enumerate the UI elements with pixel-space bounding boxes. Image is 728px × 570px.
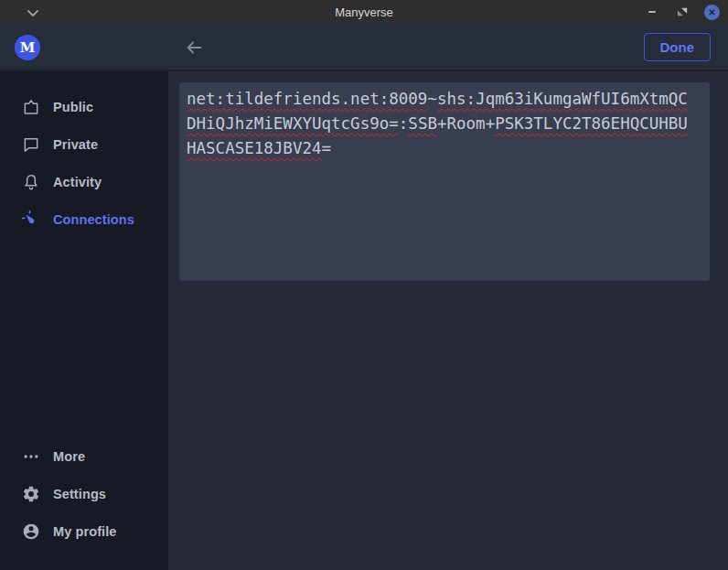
back-arrow-icon	[184, 38, 204, 58]
sidebar-main-group: Public Private Activity	[0, 88, 168, 238]
sidebar-item-private[interactable]: Private	[0, 125, 168, 163]
minimize-button[interactable]	[644, 4, 660, 20]
window-title: Manyverse	[0, 5, 728, 19]
window-controls: ✕	[644, 0, 720, 24]
sidebar-item-connections[interactable]: Connections	[0, 200, 168, 238]
sidebar-footer-group: More Settings My profile	[0, 437, 168, 550]
chat-bubble-icon	[22, 135, 40, 154]
sidebar: Public Private Activity	[0, 71, 168, 570]
bulletin-board-icon	[22, 98, 40, 116]
sidebar-item-public[interactable]: Public	[0, 88, 168, 125]
invite-code-input[interactable]: net:tildefriends.net:8009~shs:Jqm63iKumg…	[179, 82, 710, 281]
back-button[interactable]	[183, 37, 205, 59]
invite-code-line: DHiQJhzMiEWXYUqtcGs9o=:SSB+Room+PSK3TLYC…	[187, 112, 702, 136]
sidebar-item-label: Activity	[53, 175, 102, 189]
sidebar-item-label: More	[53, 449, 85, 464]
app-header: M Done	[0, 24, 728, 71]
sidebar-item-more[interactable]: More	[0, 437, 168, 475]
restore-button[interactable]	[674, 4, 691, 20]
gear-icon	[22, 485, 40, 503]
close-button[interactable]: ✕	[704, 5, 720, 20]
sidebar-item-label: Connections	[53, 212, 134, 227]
account-circle-icon	[22, 522, 40, 541]
sidebar-item-activity[interactable]: Activity	[0, 163, 168, 200]
done-button[interactable]: Done	[644, 33, 712, 61]
window-menu-chevron-icon[interactable]	[26, 6, 40, 17]
window-titlebar: Manyverse ✕	[0, 0, 728, 24]
invite-code-line: HASCASE18JBV24=	[187, 136, 702, 161]
invite-code-line: net:tildefriends.net:8009~shs:Jqm63iKumg…	[187, 87, 702, 112]
connections-invite-page: net:tildefriends.net:8009~shs:Jqm63iKumg…	[168, 71, 728, 570]
connections-dish-icon	[22, 210, 40, 229]
sidebar-item-label: Private	[53, 137, 98, 152]
sidebar-item-label: Public	[53, 100, 93, 114]
manyverse-logo: M	[15, 35, 40, 60]
restore-icon	[677, 6, 688, 17]
minimize-icon	[648, 11, 656, 13]
sidebar-item-my-profile[interactable]: My profile	[0, 512, 168, 550]
ellipsis-icon	[22, 447, 40, 466]
sidebar-item-settings[interactable]: Settings	[0, 475, 168, 512]
close-icon: ✕	[708, 7, 715, 17]
bell-icon	[22, 173, 40, 191]
sidebar-item-label: Settings	[53, 487, 106, 501]
sidebar-item-label: My profile	[53, 524, 116, 539]
